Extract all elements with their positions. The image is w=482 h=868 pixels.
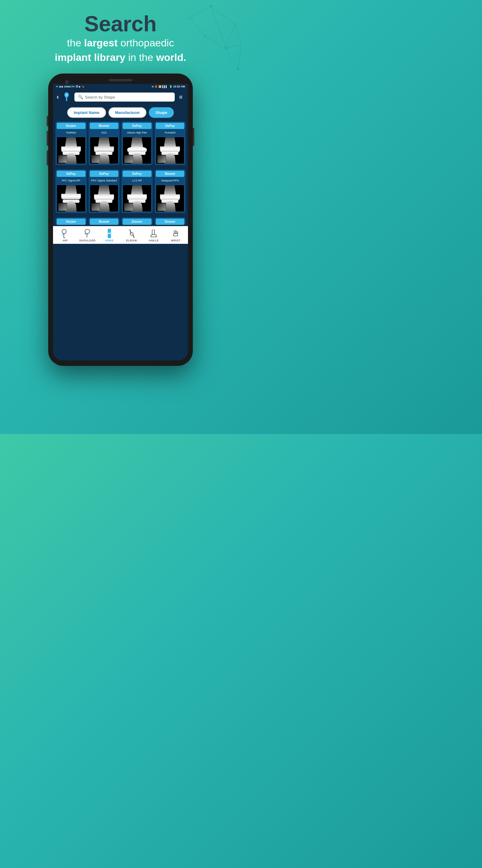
xray-image-attune [123, 137, 152, 164]
search-bar[interactable]: 🔍 Search by Shape [74, 93, 175, 101]
xray-image-pfc-standard [90, 185, 119, 212]
implant-name-label: Trumatch [155, 129, 186, 136]
implant-name-label: PFC Sigma Standard [89, 177, 120, 184]
svg-rect-18 [66, 97, 67, 101]
xray-image-trumatch [156, 137, 185, 164]
tab-manufacturer[interactable]: Manufacturer [108, 107, 147, 118]
search-icon: 🔍 [78, 95, 83, 99]
bottom-navigation: HIP SHOULDER [53, 226, 188, 244]
volume-up-button [47, 131, 48, 146]
implant-card-triathlon[interactable]: Stryker Triathlon [56, 121, 87, 165]
implant-grid-row1: Stryker Triathlon [53, 120, 188, 166]
subtitle-text: the largest orthopaedicimplant library i… [55, 37, 186, 63]
svg-rect-34 [173, 234, 178, 236]
implant-card-agc[interactable]: Biomet AGC [89, 121, 120, 165]
phone-body: ✉ ◉◉ DIRECTV 🖼 ▶ 🔖 N 🔇 📶 ▌▌▌ 🔋 10:32 AM [48, 73, 193, 366]
app-content: ‹ 🔍 Search by Shape ≡ [53, 89, 188, 361]
manufacturer-label: Stryker [57, 123, 86, 129]
nav-item-knee[interactable]: KNEE [100, 229, 118, 242]
xray-image-vanguard [156, 185, 185, 212]
gmail-icon: ✉ [56, 85, 58, 88]
elbow-label: ELBOW [126, 239, 137, 242]
battery-icon: 🔋 [169, 85, 172, 88]
phone-mockup: ✉ ◉◉ DIRECTV 🖼 ▶ 🔖 N 🔇 📶 ▌▌▌ 🔋 10:32 AM [0, 73, 241, 366]
implant-card-trumatch[interactable]: DePuy Trumatch [155, 121, 186, 165]
manufacturer-label: DePuy [90, 170, 119, 177]
directv-icon: DIRECTV [64, 85, 75, 88]
implant-name-label: PFC Sigma RP [56, 177, 87, 184]
menu-button[interactable]: ≡ [177, 93, 184, 102]
implant-name-label: Attune High Flex [121, 129, 153, 136]
ankle-label: ANKLE [149, 239, 159, 242]
svg-rect-29 [108, 234, 111, 238]
nfc-icon: N [152, 85, 154, 88]
nav-item-ankle[interactable]: ANKLE [144, 229, 163, 242]
svg-line-22 [64, 238, 65, 238]
status-bar: ✉ ◉◉ DIRECTV 🖼 ▶ 🔖 N 🔇 📶 ▌▌▌ 🔋 10:32 AM [53, 84, 188, 89]
nav-item-wrist[interactable]: WRIST [167, 229, 185, 242]
ankle-icon [149, 229, 158, 239]
power-button [193, 128, 194, 146]
manufacturer-label: Zimmer [123, 218, 152, 225]
elbow-icon [127, 229, 136, 239]
implant-card-stryker2[interactable]: Stryker [56, 217, 87, 225]
status-left-icons: ✉ ◉◉ DIRECTV 🖼 ▶ 🔖 [56, 85, 85, 88]
xray-image-pfc-rp [57, 185, 86, 212]
implant-card-zimmer2[interactable]: Zimmer [155, 217, 186, 225]
implant-card-zimmer1[interactable]: Zimmer [121, 217, 153, 225]
implant-name-label: Vanguard PPS [155, 177, 186, 184]
manufacturer-label: Biomet [90, 123, 119, 129]
knee-icon [104, 229, 114, 239]
implant-card-vanguard[interactable]: Biomet Vanguard PPS [155, 169, 186, 213]
wifi-icon: 📶 [158, 85, 161, 88]
nav-item-hip[interactable]: HIP [56, 229, 74, 242]
mute-indicator: 🔇 [155, 85, 158, 88]
manufacturer-label: DePuy [57, 170, 86, 177]
implant-name-label: LCS RP [121, 177, 153, 184]
implant-card-biomet2[interactable]: Biomet [89, 217, 120, 225]
clock: 10:32 AM [173, 85, 185, 88]
earpiece-speaker [108, 79, 133, 82]
manufacturer-label: DePuy [156, 123, 185, 129]
xray-image-agc [90, 137, 119, 164]
implant-card-pfc-rp[interactable]: DePuy PFC Sigma RP [56, 169, 87, 213]
implant-card-attune[interactable]: DePuy Attune High Flex [121, 121, 153, 165]
back-button[interactable]: ‹ [57, 93, 59, 101]
implant-grid-row3: Stryker Biomet Zimmer Zimmer [53, 216, 188, 226]
volume-down-button [47, 150, 48, 165]
filter-tabs: Implant Name Manufacturer Shape [53, 105, 188, 120]
shoulder-icon [83, 229, 92, 239]
tab-shape[interactable]: Shape [149, 107, 174, 118]
svg-point-24 [85, 229, 90, 234]
xray-image-lcs [123, 185, 152, 212]
xray-image-triathlon [57, 137, 86, 164]
voicemail-icon: ◉◉ [59, 85, 63, 88]
page-title: Search [0, 12, 241, 36]
nav-item-shoulder[interactable]: SHOULDER [78, 229, 96, 242]
app-logo [61, 92, 72, 102]
knee-label: KNEE [105, 239, 114, 242]
signal-icon: ▌▌▌ [162, 85, 167, 88]
wrist-label: WRIST [171, 239, 181, 242]
manufacturer-label: Zimmer [156, 218, 185, 225]
manufacturer-label: DePuy [123, 170, 152, 177]
svg-point-19 [66, 94, 68, 96]
tab-implant-name[interactable]: Implant Name [67, 107, 106, 118]
hip-icon [61, 229, 70, 239]
search-placeholder: Search by Shape [85, 95, 115, 99]
svg-line-32 [133, 235, 134, 238]
manufacturer-label: Biomet [90, 218, 119, 225]
svg-point-20 [62, 229, 66, 234]
implant-card-pfc-standard[interactable]: DePuy PFC Sigma Standard [89, 169, 120, 213]
page-subtitle: the largest orthopaedicimplant library i… [0, 36, 241, 64]
hip-label: HIP [63, 239, 68, 242]
mute-button [47, 116, 48, 126]
svg-rect-27 [108, 229, 111, 233]
implant-name-label: Triathlon [56, 129, 87, 136]
front-camera [65, 80, 69, 84]
nav-item-elbow[interactable]: ELBOW [123, 229, 141, 242]
implant-grid-row2: DePuy PFC Sigma RP [53, 168, 188, 214]
bookmark-icon: 🔖 [82, 85, 85, 88]
play-icon: ▶ [79, 85, 81, 88]
implant-card-lcs-rp[interactable]: DePuy LCS RP [121, 169, 153, 213]
